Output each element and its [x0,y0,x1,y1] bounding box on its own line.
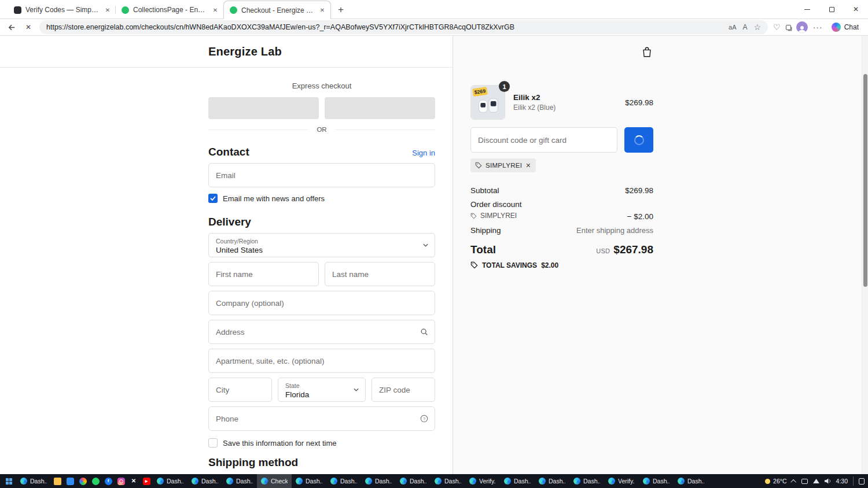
address-input[interactable] [209,320,435,343]
taskbar-window-button[interactable]: Dash... [326,474,361,488]
discount-apply-button[interactable] [624,127,653,153]
collections-icon[interactable] [786,25,791,30]
taskbar-window-button[interactable]: Dash... [187,474,222,488]
start-button[interactable] [1,474,16,488]
mail-icon[interactable] [64,474,76,488]
settings-menu-icon[interactable]: ··· [813,23,823,31]
first-name-input[interactable] [209,263,318,286]
zip-input[interactable] [372,378,435,401]
taskbar-window-button[interactable]: Dash... [674,474,708,488]
express-checkout-button-2[interactable] [325,97,435,119]
browser-toolbar: ✕ https://store.energizelab.com/checkout… [0,19,868,36]
hidden-icons-chevron[interactable] [792,479,796,483]
taskbar-window-button[interactable]: Dash... [292,474,326,488]
edge-icon [330,478,337,485]
taskbar-window-button[interactable]: Dash... [153,474,187,488]
system-tray: 26°C 4:30 [765,474,867,488]
cart-bag-icon[interactable] [641,46,653,58]
order-discount-label: Order discount [470,200,522,209]
whatsapp-icon[interactable] [89,474,102,488]
taskbar-window-button[interactable]: Dash... [396,474,431,488]
instagram-icon[interactable] [115,474,127,488]
apartment-field[interactable] [208,349,435,373]
email-input[interactable] [209,164,435,187]
tab-checkout-active[interactable]: Checkout - Energize Lab ✕ [223,1,331,19]
discount-input[interactable] [471,128,617,152]
taskbar-window-label: Dash... [444,478,461,485]
facebook-icon[interactable]: f [102,474,115,488]
sign-in-link[interactable]: Sign in [412,149,435,157]
tab-collections-page[interactable]: CollectionsPage - Energize Lab ✕ [116,1,223,19]
applied-codes: SIMPLYREI ✕ [470,158,653,172]
news-optin-row[interactable]: Email me with news and offers [208,194,435,203]
address-bar[interactable]: https://store.energizelab.com/checkouts/… [39,20,768,34]
read-aloud-icon[interactable]: A [743,24,748,31]
save-info-row[interactable]: Save this information for next time [208,438,435,448]
photos-icon[interactable] [76,474,89,488]
back-button[interactable] [6,21,17,33]
keyboard-ime-icon[interactable] [801,479,808,484]
stop-reload-button[interactable]: ✕ [23,21,34,33]
page-viewport: Energize Lab Express checkout OR Contact… [0,36,868,474]
company-field[interactable] [208,291,435,315]
taskbar-window-button[interactable]: Dash... [222,474,257,488]
x-icon[interactable]: ✕ [127,474,140,488]
taskbar-window-button[interactable]: Dash... [535,474,569,488]
help-icon[interactable]: ? [420,415,428,423]
close-button[interactable]: ✕ [844,0,868,19]
taskbar-window-button[interactable]: Verify... [604,474,639,488]
last-name-field[interactable] [325,262,435,286]
page-scrollbar[interactable] [862,36,868,474]
taskbar-window-button[interactable]: Dash... [569,474,604,488]
scrollbar-thumb[interactable] [863,74,867,287]
city-field[interactable] [208,378,272,402]
tab-close-button[interactable]: ✕ [318,6,327,15]
remove-discount-button[interactable]: ✕ [525,162,531,169]
product-title: Eilik x2 [513,93,617,102]
save-info-checkbox[interactable] [208,438,218,448]
network-icon[interactable] [813,479,819,484]
maximize-button[interactable] [819,0,844,19]
translate-icon[interactable]: aA [729,24,736,31]
country-select[interactable]: Country/Region United States [208,233,435,257]
taskbar-window-button[interactable]: Dash... [361,474,396,488]
tab-close-button[interactable]: ✕ [103,5,112,14]
company-input[interactable] [209,291,435,315]
taskbar-window-button[interactable]: Dash... [500,474,535,488]
clock[interactable]: 4:30 [836,478,848,485]
file-explorer-icon[interactable] [51,474,64,488]
youtube-icon[interactable]: ▶ [140,474,153,488]
favorites-star-icon[interactable]: ☆ [754,23,762,31]
phone-input[interactable] [209,407,435,430]
taskbar-window-button[interactable]: Dash... [16,474,51,488]
profile-avatar[interactable] [796,21,808,33]
express-checkout-button-1[interactable] [208,97,319,119]
taskbar-window-button[interactable]: Dash... [639,474,674,488]
phone-field[interactable]: ? [208,406,435,431]
discount-field[interactable] [470,127,617,153]
volume-icon[interactable] [825,478,831,484]
email-field[interactable] [208,163,435,187]
taskbar-window-button[interactable]: Verify... [465,474,500,488]
news-optin-checkbox[interactable] [208,194,218,203]
minimize-button[interactable] [795,0,819,19]
tab-verify-codes[interactable]: Verify Codes — SimplyCodes ✕ [8,1,116,19]
store-brand[interactable]: Energize Lab [208,45,282,58]
last-name-input[interactable] [325,263,435,286]
taskbar-window-button[interactable]: Check... [257,474,292,488]
first-name-field[interactable] [208,262,319,286]
zip-field[interactable] [372,378,435,402]
order-discount-code-row: SIMPLYREI − $2.00 [470,212,653,221]
weather-widget[interactable]: 26°C [765,478,786,485]
apartment-input[interactable] [209,349,435,372]
address-field[interactable] [208,320,435,344]
chat-button[interactable]: Chat [828,20,862,34]
browser-essentials-icon[interactable]: ♡ [773,23,781,31]
notification-icon[interactable] [859,478,865,485]
new-tab-button[interactable]: + [333,2,348,17]
city-input[interactable] [209,378,271,401]
currency-code: USD [596,247,610,254]
taskbar-window-button[interactable]: Dash... [431,474,465,488]
state-select[interactable]: State Florida [278,378,366,402]
tab-close-button[interactable]: ✕ [211,5,220,14]
